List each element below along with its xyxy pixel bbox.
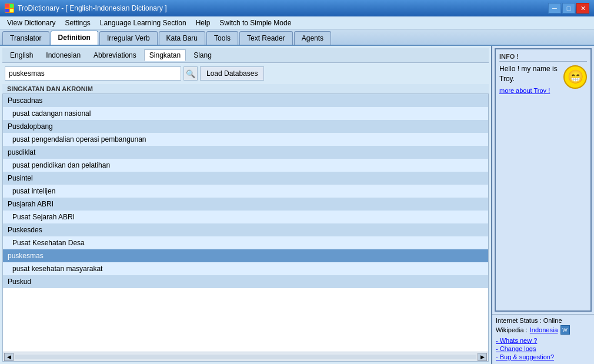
internet-status: Internet Status : Online <box>496 317 590 324</box>
right-sidebar: INFO ! 😁 Hello ! my name is Troy. more a… <box>491 46 594 364</box>
subtab-bar: English Indonesian Abbreviations Singkat… <box>2 48 489 63</box>
tab-text-reader[interactable]: Text Reader <box>239 31 293 45</box>
window-title: TroDictionary - [ English-Indonesian Dic… <box>18 4 167 12</box>
list-item[interactable]: Puskud <box>3 275 488 288</box>
list-item[interactable]: pusat cadangan nasional <box>3 107 488 120</box>
svg-rect-2 <box>5 9 9 12</box>
wikipedia-icon[interactable]: W <box>560 325 570 335</box>
search-area: 🔍 Load Databases <box>2 63 489 84</box>
titlebar: TroDictionary - [ English-Indonesian Dic… <box>0 0 594 16</box>
left-panel: English Indonesian Abbreviations Singkat… <box>0 46 491 364</box>
subtab-singkatan[interactable]: Singkatan <box>144 49 186 61</box>
list-item[interactable]: pusat pengendalian operasi pembangunan <box>3 133 488 146</box>
close-button[interactable]: ✕ <box>576 3 589 14</box>
menu-simple-mode[interactable]: Switch to Simple Mode <box>215 18 296 28</box>
more-about-troy-link[interactable]: more about Troy ! <box>499 87 550 94</box>
list-item[interactable]: pusdiklat <box>3 146 488 159</box>
tab-tools[interactable]: Tools <box>206 31 238 45</box>
bottom-section: Internet Status : Online Wikipedia : Ind… <box>492 314 594 364</box>
titlebar-left: TroDictionary - [ English-Indonesian Dic… <box>5 4 167 13</box>
menu-settings[interactable]: Settings <box>60 18 95 28</box>
svg-rect-0 <box>5 4 9 8</box>
wikipedia-link[interactable]: Indonesia <box>530 326 558 333</box>
maximize-button[interactable]: □ <box>562 3 575 14</box>
tab-agents[interactable]: Agents <box>294 31 331 45</box>
tab-translator[interactable]: Translator <box>2 31 49 45</box>
app-icon <box>5 4 14 13</box>
list-item[interactable]: pusat kesehatan masyarakat <box>3 262 488 275</box>
change-logs-link[interactable]: - Change logs <box>496 345 590 352</box>
tab-definition[interactable]: Definition <box>51 31 98 45</box>
tab-kata-baru[interactable]: Kata Baru <box>159 31 205 45</box>
search-button[interactable]: 🔍 <box>183 66 198 81</box>
whats-new-link[interactable]: - Whats new ? <box>496 337 590 344</box>
subtab-english[interactable]: English <box>5 49 38 61</box>
svg-rect-1 <box>10 4 14 8</box>
list-item[interactable]: Pusdalopbang <box>3 120 488 133</box>
load-databases-button[interactable]: Load Databases <box>200 66 264 81</box>
wikipedia-label: Wikipedia : <box>496 326 528 333</box>
scroll-track <box>15 355 476 359</box>
svg-rect-3 <box>10 9 14 12</box>
smiley-icon: 😁 <box>563 65 587 89</box>
window-controls: ─ □ ✕ <box>548 3 589 14</box>
list-item[interactable]: pusat pendidikan dan pelatihan <box>3 159 488 172</box>
list-item[interactable]: Puscadnas <box>3 94 488 107</box>
search-input[interactable] <box>5 66 181 81</box>
list-item[interactable]: Puskesdes <box>3 223 488 236</box>
info-section: INFO ! 😁 Hello ! my name is Troy. more a… <box>495 48 592 312</box>
section-label: SINGKATAN DAN AKRONIM <box>2 84 489 93</box>
list-scroll[interactable]: Puscadnas pusat cadangan nasional Pusdal… <box>3 94 488 352</box>
menu-help[interactable]: Help <box>191 18 215 28</box>
wikipedia-row: Wikipedia : Indonesia W <box>496 325 590 335</box>
subtab-indonesian[interactable]: Indonesian <box>41 49 86 61</box>
menu-view-dictionary[interactable]: View Dictionary <box>2 18 60 28</box>
menu-language-learning[interactable]: Language Learning Section <box>95 18 191 28</box>
horizontal-scrollbar[interactable]: ◀ ▶ <box>3 352 488 361</box>
list-item[interactable]: Pusat Kesehatan Desa <box>3 236 488 249</box>
list-item-selected[interactable]: puskesmas <box>3 249 488 262</box>
list-item[interactable]: Pusat Sejarah ABRI <box>3 211 488 223</box>
list-item[interactable]: Pusjarah ABRI <box>3 198 488 211</box>
menubar: View Dictionary Settings Language Learni… <box>0 16 594 29</box>
scroll-right-button[interactable]: ▶ <box>478 353 487 361</box>
tabbar: Translator Definition Irregular Verb Kat… <box>0 29 594 46</box>
scroll-left-button[interactable]: ◀ <box>4 353 14 361</box>
minimize-button[interactable]: ─ <box>548 3 561 14</box>
bug-suggestion-link[interactable]: - Bug & suggestion? <box>496 353 590 360</box>
tab-irregular-verb[interactable]: Irregular Verb <box>99 31 158 45</box>
list-item[interactable]: Pusintel <box>3 172 488 185</box>
subtab-abbreviations[interactable]: Abbreviations <box>88 49 142 61</box>
subtab-slang[interactable]: Slang <box>188 49 217 61</box>
info-label: INFO ! <box>499 53 587 62</box>
list-item[interactable]: pusat intelijen <box>3 185 488 198</box>
list-container: Puscadnas pusat cadangan nasional Pusdal… <box>2 93 489 362</box>
main-layout: English Indonesian Abbreviations Singkat… <box>0 46 594 364</box>
